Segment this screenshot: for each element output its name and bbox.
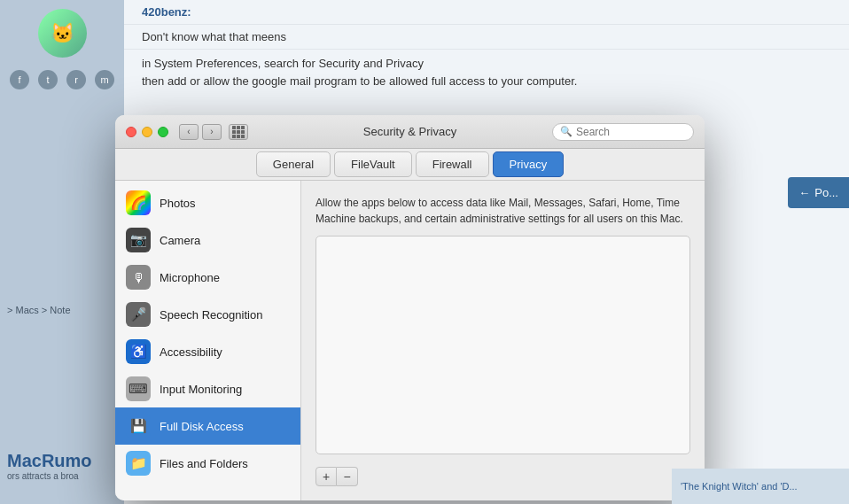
bottom-article[interactable]: 'The Knight Witch' and 'D...: [672, 469, 849, 504]
microphone-icon: 🎙: [126, 265, 151, 290]
maximize-button[interactable]: [158, 127, 168, 137]
description-text: Allow the apps below to access data like…: [315, 195, 690, 227]
list-item-full-disk[interactable]: 💾 Full Disk Access: [115, 407, 300, 445]
accessibility-icon: ♿: [126, 339, 151, 364]
facebook-icon[interactable]: f: [10, 70, 29, 89]
files-icon: 📁: [126, 451, 151, 476]
files-label: Files and Folders: [160, 457, 248, 470]
remove-app-button[interactable]: −: [337, 467, 358, 486]
photos-icon: 🌈: [126, 190, 151, 215]
full-disk-label: Full Disk Access: [160, 420, 244, 433]
tab-firewall[interactable]: Firewall: [416, 151, 489, 177]
mac-window: ‹ › Security & Privacy 🔍: [115, 115, 705, 500]
list-item-speech[interactable]: 🎤 Speech Recognition: [115, 296, 300, 333]
social-icons-bar: f t r m: [1, 70, 123, 89]
title-bar: ‹ › Security & Privacy 🔍: [115, 115, 705, 149]
minimize-button[interactable]: [142, 127, 152, 137]
search-icon: 🔍: [560, 126, 572, 137]
search-input[interactable]: [576, 126, 682, 138]
tab-bar: General FileVault Firewall Privacy: [115, 149, 705, 181]
search-bar[interactable]: 🔍: [552, 123, 694, 141]
privacy-list: 🌈 Photos 📷 Camera 🎙 Microphone 🎤 Speech …: [115, 181, 301, 500]
close-button[interactable]: [126, 127, 136, 137]
list-item-input-monitoring[interactable]: ⌨ Input Monitoring: [115, 370, 300, 407]
camera-icon: 📷: [126, 228, 151, 252]
breadcrumb: > Macs > Note: [0, 301, 124, 319]
macrumors-sub: ors attracts a broa: [0, 469, 124, 483]
username-label: 420benz:: [142, 5, 191, 19]
speech-icon: 🎤: [126, 302, 151, 327]
chat-message-1: Don't know what that meens: [124, 25, 849, 50]
mail-icon[interactable]: m: [95, 70, 114, 89]
left-sidebar: 🐱 f t r m: [0, 0, 124, 504]
forward-button[interactable]: ›: [202, 124, 222, 140]
nav-buttons: ‹ ›: [179, 124, 248, 140]
accessibility-label: Accessibility: [160, 345, 222, 359]
tab-filevault[interactable]: FileVault: [334, 151, 412, 177]
post-button[interactable]: ← Po...: [788, 177, 849, 208]
photos-label: Photos: [160, 197, 195, 210]
input-monitoring-icon: ⌨: [126, 376, 151, 401]
speech-label: Speech Recognition: [160, 308, 262, 322]
avatar: 🐱: [38, 9, 87, 58]
window-title: Security & Privacy: [363, 125, 456, 138]
twitter-icon[interactable]: t: [38, 70, 58, 89]
add-remove-bar: + −: [315, 467, 690, 486]
tab-privacy[interactable]: Privacy: [493, 151, 565, 177]
tab-general[interactable]: General: [256, 151, 331, 177]
traffic-lights: [126, 127, 168, 137]
list-item-camera[interactable]: 📷 Camera: [115, 221, 300, 259]
add-app-button[interactable]: +: [315, 467, 337, 486]
right-panel: Allow the apps below to access data like…: [301, 181, 705, 500]
list-item-microphone[interactable]: 🎙 Microphone: [115, 259, 300, 296]
back-button[interactable]: ‹: [179, 124, 199, 140]
list-item-photos[interactable]: 🌈 Photos: [115, 184, 300, 221]
grid-button[interactable]: [229, 124, 248, 140]
apps-box: [315, 236, 690, 454]
list-item-files[interactable]: 📁 Files and Folders: [115, 445, 300, 482]
list-item-accessibility[interactable]: ♿ Accessibility: [115, 333, 300, 370]
reddit-icon[interactable]: r: [66, 70, 86, 89]
full-disk-icon: 💾: [126, 414, 151, 438]
chat-message-username: 420benz:: [124, 0, 849, 25]
chat-instruction: in System Preferences, search for Securi…: [124, 50, 849, 97]
grid-icon: [232, 126, 245, 138]
input-monitoring-label: Input Monitoring: [160, 383, 242, 396]
microphone-label: Microphone: [160, 271, 220, 284]
camera-label: Camera: [160, 234, 200, 247]
content-area: 🌈 Photos 📷 Camera 🎙 Microphone 🎤 Speech …: [115, 181, 705, 500]
